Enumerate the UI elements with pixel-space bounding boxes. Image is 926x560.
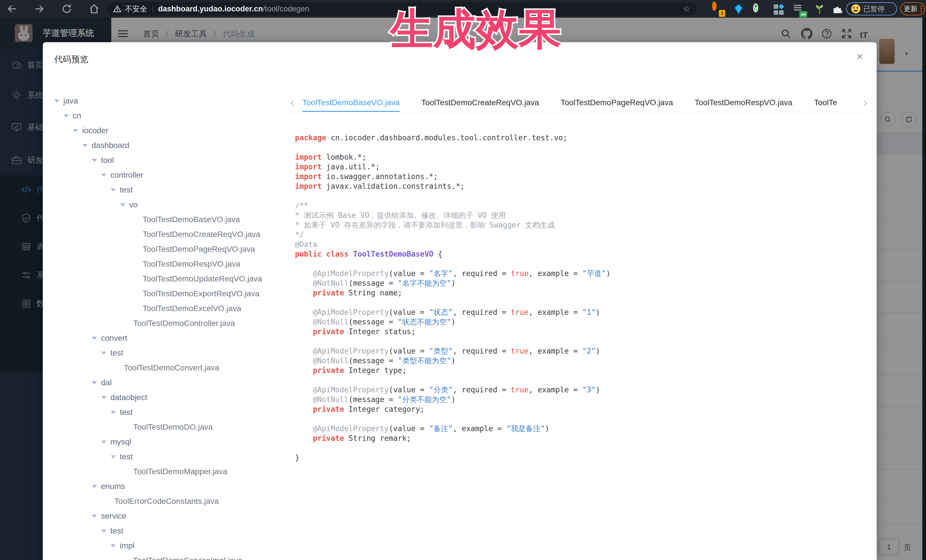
caret-down-icon[interactable] <box>92 515 97 518</box>
annotation-overlay-text: 生成效果 <box>388 2 593 57</box>
browser-profile-chip[interactable]: 已暂停 <box>846 2 897 15</box>
tab-3[interactable]: ToolTestDemoRespVO.java <box>694 95 792 112</box>
tree-folder-convert[interactable]: convert <box>54 331 288 346</box>
caret-down-icon[interactable] <box>82 144 88 147</box>
caret-down-icon[interactable] <box>73 129 78 132</box>
tree-file-ToolTestDemoUpdateReqVO.java[interactable]: ToolTestDemoUpdateReqVO.java <box>54 272 288 286</box>
caret-down-icon[interactable] <box>111 455 116 459</box>
tree-file-ToolTestDemoCreateReqVO.java[interactable]: ToolTestDemoCreateReqVO.java <box>54 227 288 242</box>
back-icon[interactable] <box>6 3 18 15</box>
tree-folder-controller[interactable]: controller <box>54 168 288 183</box>
extension-orange-icon[interactable]: 1 <box>712 4 723 15</box>
window-edge <box>922 18 926 560</box>
extension-list-icon[interactable]: on <box>794 4 805 15</box>
tree-file-ToolTestDemoDO.java[interactable]: ToolTestDemoDO.java <box>54 420 288 435</box>
caret-down-icon[interactable] <box>111 189 116 192</box>
caret-down-icon[interactable] <box>92 337 97 340</box>
extension-badge: 1 <box>719 10 725 17</box>
caret-down-icon[interactable] <box>120 203 125 207</box>
tree-folder-service[interactable]: service <box>54 509 288 524</box>
tree-file-ToolTestDemoController.java[interactable]: ToolTestDemoController.java <box>54 316 288 331</box>
bookmark-star-icon[interactable]: ☆ <box>682 5 690 13</box>
extension-gem-icon[interactable] <box>733 4 744 15</box>
code-tabs: ToolTestDemoBaseVO.javaToolTestDemoCreat… <box>303 95 859 112</box>
tabs-bar: ToolTestDemoBaseVO.javaToolTestDemoCreat… <box>287 95 871 112</box>
tabs-scroll-right-icon[interactable] <box>859 95 871 112</box>
extension-on-badge: on <box>799 11 807 17</box>
tree-folder-java[interactable]: java <box>54 94 288 108</box>
caret-down-icon[interactable] <box>101 441 106 444</box>
update-label: 更新 <box>904 4 917 14</box>
caret-down-icon[interactable] <box>101 352 106 355</box>
extension-y-icon[interactable]: y <box>753 4 764 15</box>
reload-icon[interactable] <box>61 3 73 15</box>
tree-file-ToolTestDemoRespVO.java[interactable]: ToolTestDemoRespVO.java <box>54 257 288 272</box>
url-path[interactable]: /tool/codegen <box>263 5 309 14</box>
close-icon[interactable]: × <box>856 51 863 62</box>
caret-down-icon[interactable] <box>92 159 97 162</box>
url-host[interactable]: dashboard.yudao.iocoder.cn <box>158 5 263 14</box>
tree-file-ToolErrorCodeConstants.java[interactable]: ToolErrorCodeConstants.java <box>54 494 288 509</box>
tree-file-ToolTestDemoConvert.java[interactable]: ToolTestDemoConvert.java <box>54 361 288 375</box>
tree-folder-iocoder[interactable]: iocoder <box>54 123 288 138</box>
profile-emoji-icon <box>851 4 860 14</box>
tree-file-ToolTestDemoServiceImpl.java[interactable]: ToolTestDemoServiceImpl.java <box>54 553 288 560</box>
tree-file-ToolTestDemoExcelVO.java[interactable]: ToolTestDemoExcelVO.java <box>54 301 288 316</box>
caret-down-icon[interactable] <box>92 381 97 384</box>
tree-folder-test[interactable]: test <box>54 183 288 197</box>
tree-folder-test[interactable]: test <box>54 524 288 538</box>
tree-folder-dataobject[interactable]: dataobject <box>54 390 288 405</box>
tab-4[interactable]: ToolTe <box>814 95 837 112</box>
tree-folder-tool[interactable]: tool <box>54 153 288 168</box>
tree-folder-test[interactable]: test <box>54 346 288 361</box>
tree-file-ToolTestDemoPageReqVO.java[interactable]: ToolTestDemoPageReqVO.java <box>54 242 288 257</box>
tab-0[interactable]: ToolTestDemoBaseVO.java <box>303 95 399 112</box>
tabs-scroll-left-icon[interactable] <box>287 95 298 112</box>
caret-down-icon[interactable] <box>54 100 59 103</box>
tree-folder-impl[interactable]: impl <box>54 538 288 553</box>
caret-down-icon[interactable] <box>111 544 116 548</box>
forward-icon[interactable] <box>34 3 45 15</box>
extension-leaf-icon[interactable] <box>814 4 825 15</box>
tree-file-ToolTestDemoBaseVO.java[interactable]: ToolTestDemoBaseVO.java <box>54 212 288 227</box>
extensions-puzzle-icon[interactable] <box>832 4 843 15</box>
tree-folder-dashboard[interactable]: dashboard <box>54 138 288 153</box>
caret-down-icon[interactable] <box>111 411 116 414</box>
code-preview-modal: 代码预览 × javacniocoderdashboardtoolcontrol… <box>43 42 877 560</box>
divider <box>152 5 153 12</box>
extension-grid-icon[interactable] <box>774 4 784 15</box>
caret-down-icon[interactable] <box>101 396 106 399</box>
modal-title: 代码预览 <box>54 54 88 65</box>
caret-down-icon[interactable] <box>101 174 106 177</box>
caret-down-icon[interactable] <box>64 114 69 118</box>
tree-folder-test[interactable]: test <box>54 449 288 464</box>
tree-folder-test[interactable]: test <box>54 405 288 420</box>
caret-down-icon[interactable] <box>92 485 97 488</box>
code-block[interactable]: package cn.iocoder.dashboard.modules.too… <box>295 133 869 555</box>
profile-status: 已暂停 <box>863 4 885 14</box>
tree-folder-enums[interactable]: enums <box>54 479 288 494</box>
caret-down-icon[interactable] <box>101 530 106 533</box>
tab-2[interactable]: ToolTestDemoPageReqVO.java <box>561 95 673 112</box>
annotation-text: 生成效果 <box>389 5 561 53</box>
tree-file-ToolTestDemoMapper.java[interactable]: ToolTestDemoMapper.java <box>54 464 288 479</box>
tab-1[interactable]: ToolTestDemoCreateReqVO.java <box>421 95 539 112</box>
tree-folder-vo[interactable]: vo <box>54 197 288 212</box>
security-label[interactable]: 不安全 <box>125 4 147 14</box>
tree-folder-dal[interactable]: dal <box>54 375 288 390</box>
file-tree: javacniocoderdashboardtoolcontrollertest… <box>54 94 288 560</box>
tree-folder-mysql[interactable]: mysql <box>54 435 288 449</box>
warning-icon <box>113 5 121 13</box>
tree-file-ToolTestDemoExportReqVO.java[interactable]: ToolTestDemoExportReqVO.java <box>54 286 288 301</box>
browser-update-button[interactable]: 更新 ⋮ <box>900 2 925 15</box>
home-icon[interactable] <box>88 3 100 15</box>
tree-folder-cn[interactable]: cn <box>54 108 288 123</box>
menu-dots-icon[interactable]: ⋮ <box>917 7 925 11</box>
